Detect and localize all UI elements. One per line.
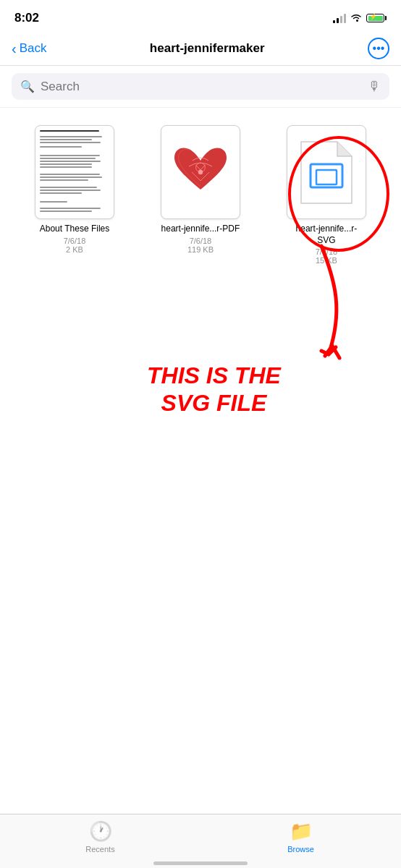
recents-icon: 🕐 <box>89 820 112 843</box>
search-bar[interactable]: 🔍 🎙 <box>12 73 389 100</box>
more-icon: ••• <box>373 42 385 55</box>
file-size-about: 2 KB <box>66 245 83 254</box>
back-chevron-icon: ‹ <box>12 41 17 56</box>
file-thumbnail-about <box>35 125 114 219</box>
status-time: 8:02 <box>14 11 39 25</box>
file-date-pdf: 7/6/18 <box>190 237 212 245</box>
tab-recents[interactable]: 🕐 Recents <box>0 820 200 854</box>
file-date-about: 7/6/18 <box>64 237 86 245</box>
heart-thumbnail <box>172 143 229 201</box>
svg-point-1 <box>198 170 203 174</box>
annotation-line2: SVG FILE <box>147 389 281 417</box>
file-thumbnail-pdf <box>161 125 240 219</box>
back-label: Back <box>20 41 47 56</box>
tab-browse[interactable]: 📁 Browse <box>200 820 401 854</box>
annotation-text: THIS IS THE SVG FILE <box>147 362 281 417</box>
search-input[interactable] <box>41 80 362 94</box>
battery-icon <box>366 14 387 22</box>
nav-bar: ‹ Back heart-jennifermaker ••• <box>0 32 401 66</box>
search-icon: 🔍 <box>20 80 35 93</box>
status-icons <box>333 13 387 23</box>
file-name-pdf: heart-jennife...r-PDF <box>161 224 240 235</box>
file-item-pdf[interactable]: heart-jennife...r-PDF 7/6/18 119 KB <box>138 119 263 276</box>
signal-icon <box>333 13 346 23</box>
search-bar-container: 🔍 🎙 <box>0 66 401 108</box>
home-indicator <box>153 861 248 865</box>
file-item-about[interactable]: About These Files 7/6/18 2 KB <box>12 119 138 276</box>
file-name-svg: heart-jennife...r-SVG <box>287 224 366 246</box>
mic-icon[interactable]: 🎙 <box>368 79 381 94</box>
tab-bar: 🕐 Recents 📁 Browse <box>0 814 401 868</box>
back-button[interactable]: ‹ Back <box>12 41 46 56</box>
recents-label: Recents <box>85 845 114 854</box>
file-name-about: About These Files <box>40 224 110 235</box>
browse-icon: 📁 <box>290 820 313 843</box>
file-date-svg: 7/9/18 <box>316 247 338 256</box>
status-bar: 8:02 <box>0 0 401 32</box>
file-size-pdf: 119 KB <box>187 245 214 254</box>
nav-title: heart-jennifermaker <box>150 41 265 56</box>
file-item-svg[interactable]: heart-jennife...r-SVG 7/9/18 15 KB <box>263 119 389 276</box>
annotation-line1: THIS IS THE <box>147 362 281 389</box>
wifi-icon <box>350 14 362 22</box>
file-size-svg: 15 KB <box>316 256 337 265</box>
svg-file-icon <box>297 138 355 207</box>
file-grid: About These Files 7/6/18 2 KB heart-j <box>0 108 401 276</box>
browse-label: Browse <box>287 845 314 854</box>
more-button[interactable]: ••• <box>368 38 389 59</box>
file-thumbnail-svg <box>287 125 366 219</box>
text-preview <box>35 126 114 218</box>
